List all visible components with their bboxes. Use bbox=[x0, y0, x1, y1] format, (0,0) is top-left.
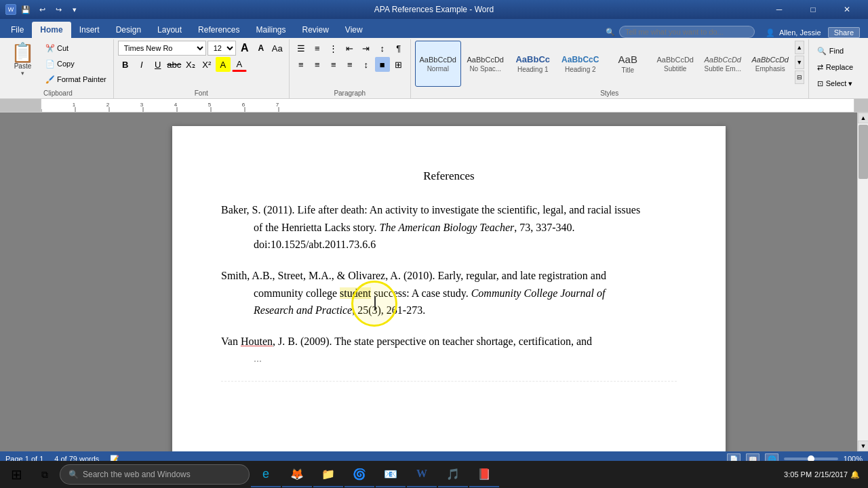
style-title-preview: AaB bbox=[618, 54, 637, 65]
style-subtitle[interactable]: AaBbCcDd Subtitle bbox=[652, 41, 698, 87]
ribbon: 📋 Paste ▾ ✂️ Cut 📄 Copy 🖌️ Format Painte… bbox=[0, 38, 868, 99]
underline-btn[interactable]: U bbox=[151, 57, 165, 72]
text-highlight-btn[interactable]: A bbox=[216, 57, 231, 72]
clipboard-content: 📋 Paste ▾ ✂️ Cut 📄 Copy 🖌️ Format Painte… bbox=[7, 41, 109, 88]
superscript-btn[interactable]: X² bbox=[199, 57, 214, 72]
shrink-font-btn[interactable]: A bbox=[254, 41, 269, 56]
taskbar-media[interactable]: 🎵 bbox=[438, 462, 468, 487]
tell-me-input[interactable] bbox=[619, 26, 755, 38]
grow-font-btn[interactable]: A bbox=[237, 41, 252, 56]
font-content: Times New Ro 12 A A Aa B I U abc X₂ X² A… bbox=[118, 41, 285, 88]
cut-button[interactable]: ✂️ Cut bbox=[43, 41, 109, 56]
paste-button[interactable]: 📋 Paste ▾ bbox=[7, 41, 39, 79]
clear-format-btn[interactable]: Aa bbox=[270, 41, 285, 56]
bold-btn[interactable]: B bbox=[118, 57, 133, 72]
paragraph-group: ☰ ≡ ⋮ ⇤ ⇥ ↕ ¶ ≡ ≡ ≡ ≡ ↕ ■ ⊞ Paragraph bbox=[290, 39, 411, 98]
taskbar-notifications[interactable]: 🔔 bbox=[850, 470, 860, 479]
references-heading: References bbox=[221, 167, 677, 185]
taskbar-firefox[interactable]: 🦊 bbox=[282, 462, 312, 487]
multilevel-btn[interactable]: ⋮ bbox=[326, 41, 341, 56]
styles-down-btn[interactable]: ▼ bbox=[795, 56, 804, 69]
share-btn[interactable]: Share bbox=[828, 27, 860, 38]
styles-label: Styles bbox=[600, 89, 618, 97]
start-btn[interactable]: ⊞ bbox=[3, 462, 30, 487]
taskbar-ie[interactable]: e bbox=[251, 462, 281, 487]
smith-line2: community college student success: A cas… bbox=[221, 285, 677, 302]
redo-btn[interactable]: ↪ bbox=[52, 3, 65, 16]
taskbar-pdf[interactable]: 📕 bbox=[469, 462, 499, 487]
vanhouten-line2: ... bbox=[221, 350, 677, 367]
baker-line1: Baker, S. (2011). Life after death: An a… bbox=[221, 201, 677, 219]
quick-access-more[interactable]: ▾ bbox=[68, 3, 81, 16]
justify-btn[interactable]: ≡ bbox=[342, 57, 357, 72]
minimize-btn[interactable]: ─ bbox=[764, 0, 795, 19]
show-marks-btn[interactable]: ¶ bbox=[391, 41, 406, 56]
numbering-btn[interactable]: ≡ bbox=[310, 41, 325, 56]
increase-indent-btn[interactable]: ⇥ bbox=[359, 41, 374, 56]
font-family-select[interactable]: Times New Ro bbox=[118, 41, 206, 56]
zoom-slider[interactable] bbox=[784, 458, 838, 460]
replace-button[interactable]: ⇄ Replace bbox=[813, 60, 857, 75]
tab-file[interactable]: File bbox=[3, 22, 32, 38]
decrease-indent-btn[interactable]: ⇤ bbox=[342, 41, 357, 56]
doc-page[interactable]: References Baker, S. (2011). Life after … bbox=[172, 126, 726, 451]
styles-up-btn[interactable]: ▲ bbox=[795, 41, 804, 54]
svg-text:7: 7 bbox=[276, 102, 279, 108]
style-emphasis[interactable]: AaBbCcDd Emphasis bbox=[747, 41, 793, 87]
scroll-up-btn[interactable]: ▲ bbox=[858, 113, 868, 123]
strikethrough-btn[interactable]: abc bbox=[167, 57, 182, 72]
save-quick-btn[interactable]: 💾 bbox=[19, 3, 33, 16]
scroll-thumb[interactable] bbox=[859, 125, 868, 179]
shading-btn[interactable]: ■ bbox=[375, 57, 390, 72]
tab-references[interactable]: References bbox=[190, 22, 248, 38]
doc-scroll[interactable]: References Baker, S. (2011). Life after … bbox=[41, 113, 857, 451]
style-no-spacing[interactable]: AaBbCcDd No Spac... bbox=[462, 41, 509, 87]
vanhouten-name: Houten bbox=[241, 336, 273, 347]
close-btn[interactable]: ✕ bbox=[831, 0, 863, 19]
taskbar-files[interactable]: 📁 bbox=[313, 462, 343, 487]
tab-view[interactable]: View bbox=[337, 22, 371, 38]
svg-text:1: 1 bbox=[73, 102, 76, 108]
line-spacing-btn[interactable]: ↕ bbox=[359, 57, 374, 72]
find-button[interactable]: 🔍 Find bbox=[813, 43, 848, 58]
scroll-down-btn[interactable]: ▼ bbox=[858, 441, 868, 451]
styles-expand-btn[interactable]: ⊟ bbox=[795, 70, 804, 84]
taskbar-search[interactable]: 🔍 Search the web and Windows bbox=[60, 464, 250, 485]
select-button[interactable]: ⊡ Select ▾ bbox=[813, 76, 857, 91]
smith-line3: Research and Practice, 25(3), 261-273. bbox=[221, 302, 677, 319]
align-right-btn[interactable]: ≡ bbox=[326, 57, 341, 72]
baker-line2: of the Henrietta Lacks story. The Americ… bbox=[221, 219, 677, 237]
italic-btn[interactable]: I bbox=[134, 57, 149, 72]
borders-btn[interactable]: ⊞ bbox=[391, 57, 406, 72]
taskbar-word[interactable]: W bbox=[407, 462, 437, 487]
subscript-btn[interactable]: X₂ bbox=[183, 57, 198, 72]
bullets-btn[interactable]: ☰ bbox=[294, 41, 309, 56]
format-painter-button[interactable]: 🖌️ Format Painter bbox=[43, 72, 109, 87]
align-left-btn[interactable]: ≡ bbox=[294, 57, 309, 72]
font-size-select[interactable]: 12 bbox=[208, 41, 236, 56]
tab-mailings[interactable]: Mailings bbox=[248, 22, 294, 38]
taskbar-chrome[interactable]: 🌀 bbox=[344, 462, 374, 487]
style-title[interactable]: AaB Title bbox=[605, 41, 651, 87]
task-view-btn[interactable]: ⧉ bbox=[31, 462, 58, 487]
style-heading1[interactable]: AaBbCc Heading 1 bbox=[510, 41, 556, 87]
align-center-btn[interactable]: ≡ bbox=[310, 57, 325, 72]
maximize-btn[interactable]: □ bbox=[797, 0, 829, 19]
v-scrollbar[interactable]: ▲ ▼ bbox=[857, 113, 868, 451]
sort-btn[interactable]: ↕ bbox=[375, 41, 390, 56]
style-normal-label: Normal bbox=[427, 65, 449, 73]
tab-design[interactable]: Design bbox=[108, 22, 149, 38]
style-normal[interactable]: AaBbCcDd Normal bbox=[415, 41, 461, 87]
taskbar-office[interactable]: 📧 bbox=[376, 462, 406, 487]
tab-layout[interactable]: Layout bbox=[149, 22, 190, 38]
style-subtle-em[interactable]: AaBbCcDd Subtle Em... bbox=[700, 41, 746, 87]
tab-insert[interactable]: Insert bbox=[71, 22, 108, 38]
format-painter-label: Format Painter bbox=[57, 75, 106, 83]
tab-home[interactable]: Home bbox=[32, 22, 71, 38]
para-row-2: ≡ ≡ ≡ ≡ ↕ ■ ⊞ bbox=[294, 57, 406, 72]
undo-btn[interactable]: ↩ bbox=[35, 3, 49, 16]
copy-button[interactable]: 📄 Copy bbox=[43, 56, 109, 71]
tab-review[interactable]: Review bbox=[294, 22, 336, 38]
style-heading2[interactable]: AaBbCcC Heading 2 bbox=[557, 41, 604, 87]
font-color-btn[interactable]: A bbox=[232, 57, 247, 72]
